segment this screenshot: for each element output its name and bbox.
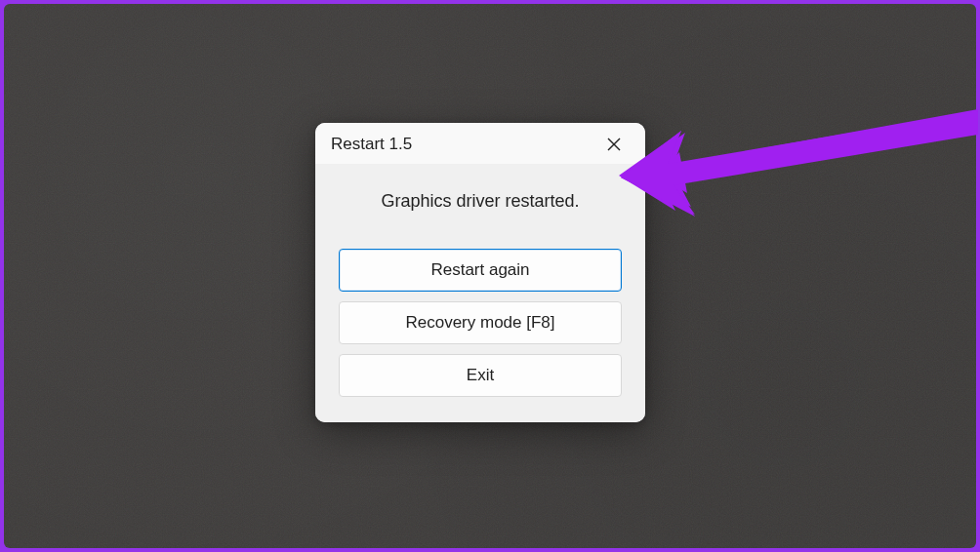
window-title: Restart 1.5 <box>331 135 412 154</box>
recovery-mode-button[interactable]: Recovery mode [F8] <box>339 301 622 344</box>
status-message: Graphics driver restarted. <box>339 191 622 212</box>
close-icon <box>606 137 622 152</box>
dialog-body: Graphics driver restarted. Restart again… <box>315 164 645 422</box>
exit-button[interactable]: Exit <box>339 354 622 397</box>
annotation-arrow <box>617 109 978 226</box>
restart-dialog: Restart 1.5 Graphics driver restarted. R… <box>315 123 645 422</box>
restart-again-button[interactable]: Restart again <box>339 249 622 292</box>
svg-marker-5 <box>621 111 978 217</box>
svg-marker-4 <box>621 109 978 215</box>
titlebar: Restart 1.5 <box>315 123 645 164</box>
close-button[interactable] <box>596 131 632 158</box>
desktop-background: Restart 1.5 Graphics driver restarted. R… <box>4 4 976 548</box>
